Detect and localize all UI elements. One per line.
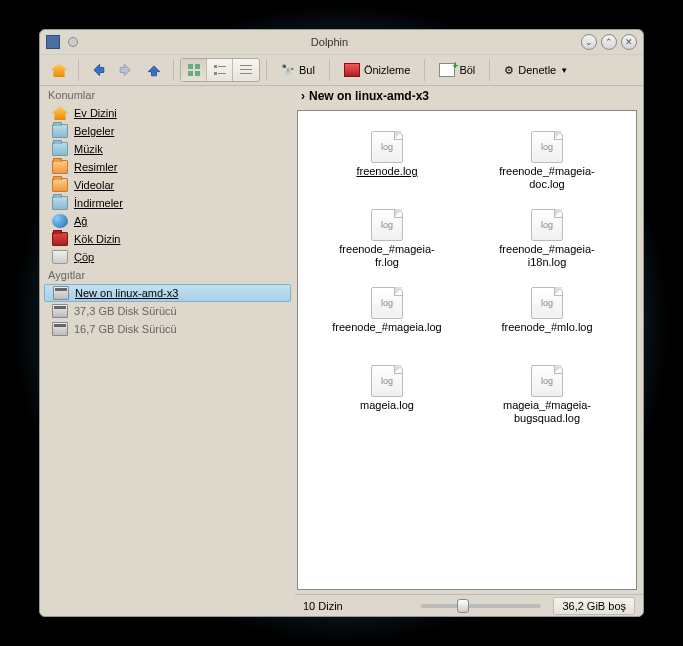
sidebar-item-label: İndirmeler: [74, 197, 123, 209]
minimize-button[interactable]: ⌄: [581, 34, 597, 50]
file-name: mageia.log: [360, 399, 414, 412]
sidebar-place-item[interactable]: Ağ: [40, 212, 295, 230]
log-file-icon: log: [531, 131, 563, 163]
home-button[interactable]: [46, 57, 72, 83]
sidebar-device-item[interactable]: New on linux-amd-x3: [44, 284, 291, 302]
details-view-button[interactable]: [233, 59, 259, 81]
sidebar-place-item[interactable]: Belgeler: [40, 122, 295, 140]
file-item[interactable]: logfreenode_#mageia-doc.log: [468, 131, 626, 207]
disk-icon: [52, 322, 68, 336]
sidebar-device-item[interactable]: 37,3 GB Disk Sürücü: [40, 302, 295, 320]
sidebar-place-item[interactable]: Ev Dizini: [40, 104, 295, 122]
find-button[interactable]: 🔭 Bul: [273, 57, 323, 83]
zoom-slider[interactable]: [421, 604, 541, 608]
sidebar-place-item[interactable]: Çöp: [40, 248, 295, 266]
sidebar-item-label: 16,7 GB Disk Sürücü: [74, 323, 177, 335]
chevron-down-icon: ▼: [560, 66, 568, 75]
split-button[interactable]: + Böl: [431, 57, 483, 83]
zoom-slider-thumb[interactable]: [457, 599, 469, 613]
app-icon: [46, 35, 60, 49]
up-button[interactable]: [141, 57, 167, 83]
sidebar: Konumlar Ev DiziniBelgelerMüzikResimlerV…: [40, 86, 295, 616]
sidebar-item-label: Belgeler: [74, 125, 114, 137]
window-title: Dolphin: [78, 36, 581, 48]
file-name: freenode.log: [356, 165, 417, 178]
log-file-icon: log: [531, 209, 563, 241]
file-name: mageia_#mageia-bugsquad.log: [492, 399, 602, 424]
gear-icon: ⚙: [504, 64, 514, 77]
trash-icon: [52, 250, 68, 264]
close-button[interactable]: ✕: [621, 34, 637, 50]
disk-icon: [52, 304, 68, 318]
file-name: freenode_#mageia-i18n.log: [492, 243, 602, 268]
view-mode-group: [180, 58, 260, 82]
main-panel: › New on linux-amd-x3 logfreenode.loglog…: [295, 86, 643, 616]
folder-red-icon: [52, 232, 68, 246]
folder-orange-icon: [52, 160, 68, 174]
sidebar-place-item[interactable]: Videolar: [40, 176, 295, 194]
titlebar: Dolphin ⌄ ⌃ ✕: [40, 30, 643, 54]
file-item[interactable]: logfreenode_#mlo.log: [468, 287, 626, 363]
places-header: Konumlar: [40, 86, 295, 104]
log-file-icon: log: [371, 131, 403, 163]
devices-header: Aygıtlar: [40, 266, 295, 284]
preview-button[interactable]: Önizleme: [336, 57, 418, 83]
preview-label: Önizleme: [364, 64, 410, 76]
sidebar-item-label: Çöp: [74, 251, 94, 263]
svg-rect-8: [240, 65, 252, 66]
find-label: Bul: [299, 64, 315, 76]
file-item[interactable]: logfreenode.log: [308, 131, 466, 207]
breadcrumb[interactable]: › New on linux-amd-x3: [295, 86, 643, 106]
sidebar-place-item[interactable]: Resimler: [40, 158, 295, 176]
split-label: Böl: [459, 64, 475, 76]
file-item[interactable]: logfreenode_#mageia-i18n.log: [468, 209, 626, 285]
log-file-icon: log: [371, 209, 403, 241]
svg-rect-10: [240, 73, 252, 74]
forward-button[interactable]: [113, 57, 139, 83]
file-item[interactable]: logfreenode_#mageia.log: [308, 287, 466, 363]
maximize-button[interactable]: ⌃: [601, 34, 617, 50]
control-label: Denetle: [518, 64, 556, 76]
file-item[interactable]: logfreenode_#mageia-fr.log: [308, 209, 466, 285]
home-icon: [52, 106, 68, 120]
svg-rect-6: [214, 72, 217, 75]
file-view[interactable]: logfreenode.loglogfreenode_#mageia-doc.l…: [297, 110, 637, 590]
folder-icon: [52, 196, 68, 210]
icons-view-button[interactable]: [181, 59, 207, 81]
sidebar-place-item[interactable]: İndirmeler: [40, 194, 295, 212]
control-button[interactable]: ⚙ Denetle ▼: [496, 57, 576, 83]
sidebar-device-item[interactable]: 16,7 GB Disk Sürücü: [40, 320, 295, 338]
log-file-icon: log: [531, 287, 563, 319]
folder-orange-icon: [52, 178, 68, 192]
sidebar-item-label: Kök Dizin: [74, 233, 120, 245]
body: Konumlar Ev DiziniBelgelerMüzikResimlerV…: [40, 86, 643, 616]
item-count: 10 Dizin: [303, 600, 343, 612]
back-button[interactable]: [85, 57, 111, 83]
compact-view-button[interactable]: [207, 59, 233, 81]
sidebar-item-label: Resimler: [74, 161, 117, 173]
breadcrumb-current: New on linux-amd-x3: [309, 89, 429, 103]
svg-rect-2: [188, 71, 193, 76]
titlebar-menu-dot[interactable]: [68, 37, 78, 47]
sidebar-place-item[interactable]: Kök Dizin: [40, 230, 295, 248]
folder-icon: [52, 124, 68, 138]
log-file-icon: log: [531, 365, 563, 397]
file-item[interactable]: logmageia_#mageia-bugsquad.log: [468, 365, 626, 441]
sidebar-item-label: New on linux-amd-x3: [75, 287, 178, 299]
svg-rect-0: [188, 64, 193, 69]
svg-rect-1: [195, 64, 200, 69]
file-name: freenode_#mageia.log: [332, 321, 441, 334]
svg-rect-9: [240, 69, 252, 70]
split-icon: +: [439, 63, 455, 77]
file-name: freenode_#mageia-doc.log: [492, 165, 602, 190]
toolbar: 🔭 Bul Önizleme + Böl ⚙ Denetle ▼: [40, 54, 643, 86]
file-name: freenode_#mlo.log: [501, 321, 592, 334]
folder-icon: [52, 142, 68, 156]
svg-rect-4: [214, 65, 217, 68]
globe-icon: [52, 214, 68, 228]
free-space: 36,2 GiB boş: [553, 597, 635, 615]
sidebar-place-item[interactable]: Müzik: [40, 140, 295, 158]
sidebar-item-label: Ağ: [74, 215, 87, 227]
file-item[interactable]: logmageia.log: [308, 365, 466, 441]
chevron-right-icon: ›: [301, 89, 305, 103]
